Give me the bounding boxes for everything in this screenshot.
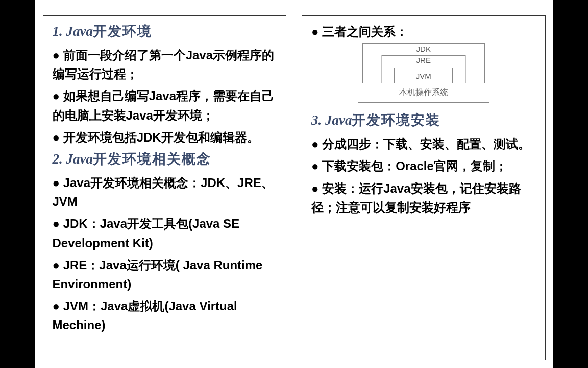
left-bullet-4: ● Java开发环境相关概念：JDK、JRE、JVM <box>53 173 277 211</box>
heading-1: 1. Java开发环境 <box>53 22 277 40</box>
jdk-box: JDK JRE JVM <box>362 43 485 83</box>
heading-3: 3. Java开发环境安装 <box>311 111 536 129</box>
os-box: 本机操作系统 <box>358 83 489 103</box>
left-bullet-2: ● 如果想自己编写Java程序，需要在自己的电脑上安装Java开发环境； <box>53 86 277 124</box>
heading-1-num: 1. <box>53 24 66 39</box>
right-bullet-2: ● 分成四步：下载、安装、配置、测试。 <box>311 134 536 153</box>
heading-3-cn: 开发环境安装 <box>352 112 440 128</box>
right-bullet-3: ● 下载安装包：Oracle官网，复制； <box>311 156 536 175</box>
heading-2-num: 2. <box>53 151 66 167</box>
heading-1-cn: 开发环境 <box>93 24 152 39</box>
right-column-box: ● 三者之间关系： JDK JRE JVM 本机操作系统 3. Java开发环境… <box>302 15 546 360</box>
jre-box: JRE JVM <box>381 55 465 83</box>
left-bullet-7: ● JVM：Java虚拟机(Java Virtual Mechine) <box>53 296 277 334</box>
left-column-box: 1. Java开发环境 ● 前面一段介绍了第一个Java示例程序的编写运行过程；… <box>43 15 287 360</box>
right-bullet-4: ● 安装：运行Java安装包，记住安装路径；注意可以复制安装好程序 <box>311 179 536 217</box>
heading-2-cn: 开发环境相关概念 <box>93 151 211 167</box>
left-bullet-6: ● JRE：Java运行环境( Java Runtime Environment… <box>53 256 277 293</box>
left-bullet-1: ● 前面一段介绍了第一个Java示例程序的编写运行过程； <box>53 45 277 83</box>
jre-label: JRE <box>382 56 465 64</box>
heading-2: 2. Java开发环境相关概念 <box>53 150 277 168</box>
heading-1-java: Java <box>66 24 93 39</box>
diagram: JDK JRE JVM 本机操作系统 <box>311 44 536 103</box>
jvm-box: JVM <box>394 68 453 83</box>
heading-3-java: Java <box>325 112 352 128</box>
left-bullet-3: ● 开发环境包括JDK开发包和编辑器。 <box>53 128 277 147</box>
heading-2-java: Java <box>66 151 93 167</box>
left-column: 1. Java开发环境 ● 前面一段介绍了第一个Java示例程序的编写运行过程；… <box>35 0 295 368</box>
left-bullet-5: ● JDK：Java开发工具包(Java SE Development Kit) <box>53 214 277 252</box>
slide-container: 1. Java开发环境 ● 前面一段介绍了第一个Java示例程序的编写运行过程；… <box>35 0 553 368</box>
right-bullet-1: ● 三者之间关系： <box>311 22 536 41</box>
right-column: ● 三者之间关系： JDK JRE JVM 本机操作系统 3. Java开发环境… <box>294 0 553 368</box>
heading-3-num: 3. <box>311 112 325 128</box>
jdk-label: JDK <box>363 44 484 53</box>
